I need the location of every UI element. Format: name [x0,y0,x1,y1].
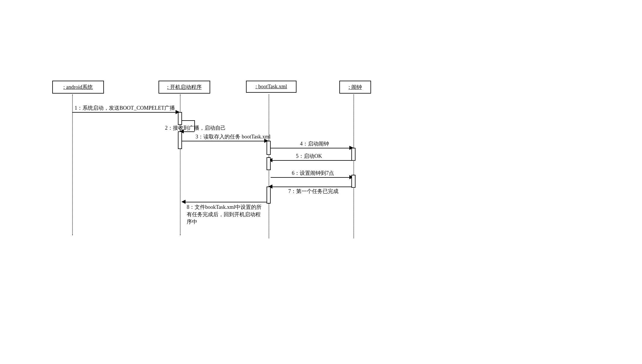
msg-6-label: 6：设置闹钟到7点 [292,170,334,177]
participant-alarm: : 闹钟 [339,81,371,94]
msg-4-line [271,148,351,148]
msg-3-label: 3：读取存入的任务 bootTask.xml [196,133,271,140]
msg-8-label: 8：文件bookTask.xml中设置的所有任务完成后，回到开机启动程序中 [187,204,263,226]
participant-boot-program-label: : 开机启动程序 [167,84,202,90]
msg-5-label: 5：启动OK [296,153,322,160]
lifeline-alarm [353,94,354,238]
msg-1-line [72,112,178,113]
sequence-diagram: : android系统 : 开机启动程序 : bootTask.xml : 闹钟… [0,0,642,364]
msg-8-line [184,202,267,202]
msg-2-side [194,120,195,131]
msg-6-line [271,177,351,178]
activation-boot-1 [178,112,182,125]
msg-5-line [271,160,351,161]
msg-7-label: 7：第一个任务已完成 [288,188,338,195]
msg-2-label: 2：接收到广播，启动自己 [165,124,226,131]
participant-boot-program: : 开机启动程序 [159,81,210,94]
activation-alarm-2 [351,175,355,188]
msg-8-arrow [181,200,186,204]
lifeline-android [72,94,73,235]
msg-2-bottom [182,131,194,132]
activation-alarm-1 [351,148,355,161]
msg-1-label: 1：系统启动，发送BOOT_COMPELET广播 [75,104,175,111]
msg-2-top [182,120,194,121]
msg-3-line [182,141,267,141]
participant-android-label: : android系统 [63,84,93,90]
activation-boottask-3 [267,187,271,204]
msg-4-label: 4：启动闹钟 [300,140,329,147]
participant-alarm-label: : 闹钟 [348,84,362,90]
participant-boottask-xml: : bootTask.xml [246,81,296,93]
participant-android: : android系统 [52,81,104,94]
msg-7-line [271,187,351,187]
activation-boot-2 [178,131,182,149]
activation-boottask-2 [267,157,271,170]
participant-boottask-xml-label: : bootTask.xml [255,84,287,89]
activation-boottask-1 [267,141,271,155]
